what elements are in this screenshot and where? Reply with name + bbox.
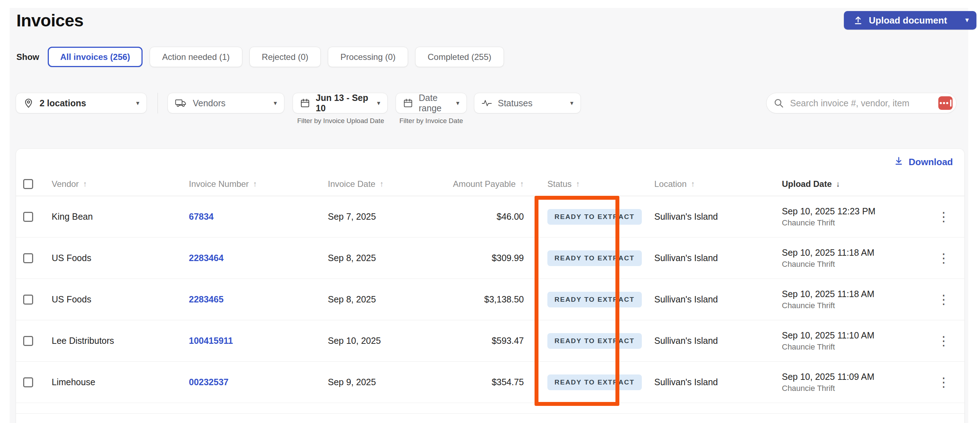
calendar-icon	[403, 98, 413, 108]
chevron-down-icon: ▼	[964, 17, 970, 24]
chevron-down-icon: ▾	[274, 99, 277, 107]
location-cell: Sullivan's Island	[641, 377, 770, 387]
column-header-invoice-date[interactable]: Invoice Date ↑	[328, 179, 445, 189]
tab-label: Rejected (0)	[262, 52, 309, 62]
invoice-number-link[interactable]: 100415911	[189, 335, 233, 346]
search-container	[766, 93, 956, 113]
vendor-cell: US Foods	[52, 294, 189, 305]
status-badge: READY TO EXTRACT	[547, 375, 642, 390]
table-row: US Foods 2283464 Sep 8, 2025 $309.99 REA…	[16, 238, 964, 279]
calendar-icon	[300, 98, 310, 108]
upload-options-caret-button[interactable]: ▼	[958, 11, 977, 30]
download-label: Download	[909, 156, 953, 168]
table-row: King Bean 67834 Sep 7, 2025 $46.00 READY…	[16, 196, 964, 238]
uploaded-by-cell: Chauncie Thrift	[782, 218, 923, 228]
tab-completed[interactable]: Completed (255)	[415, 47, 504, 67]
sort-asc-icon: ↑	[576, 179, 580, 189]
uploaded-by-cell: Chauncie Thrift	[782, 301, 923, 310]
statuses-filter-value: Statuses	[498, 98, 532, 109]
sort-asc-icon: ↑	[691, 179, 695, 189]
pulse-icon	[482, 99, 492, 107]
locations-filter-dropdown[interactable]: 2 locations ▾	[16, 93, 147, 113]
vendors-filter-dropdown[interactable]: Vendors ▾	[167, 93, 285, 113]
column-header-invoice-number[interactable]: Invoice Number ↑	[189, 179, 328, 189]
upload-document-split-button: Upload document ▼	[844, 11, 977, 30]
tab-rejected[interactable]: Rejected (0)	[250, 47, 321, 67]
location-cell: Sullivan's Island	[641, 335, 770, 346]
sort-desc-icon: ↓	[836, 179, 840, 189]
search-input[interactable]	[766, 93, 956, 113]
row-actions-kebab-icon[interactable]: ⋮	[934, 332, 954, 350]
amount-payable-cell: $354.75	[445, 377, 524, 387]
row-checkbox[interactable]	[23, 295, 33, 305]
row-actions-kebab-icon[interactable]: ⋮	[934, 374, 954, 391]
download-button[interactable]: Download	[894, 156, 953, 168]
uploaded-by-cell: Chauncie Thrift	[782, 384, 923, 393]
upload-date-filter-value: Jun 13 - Sep 10	[316, 93, 371, 113]
location-cell: Sullivan's Island	[641, 253, 770, 263]
location-cell: Sullivan's Island	[641, 294, 770, 305]
invoice-number-link[interactable]: 2283465	[189, 294, 223, 304]
tab-label: All invoices (256)	[60, 52, 130, 62]
statuses-filter-dropdown[interactable]: Statuses ▾	[474, 93, 581, 113]
column-header-location[interactable]: Location ↑	[641, 179, 770, 189]
upload-date-filter-dropdown[interactable]: Jun 13 - Sep 10 ▾	[293, 93, 388, 113]
vendor-cell: Limehouse	[52, 377, 189, 387]
amount-payable-cell: $593.47	[445, 335, 524, 346]
column-header-upload-date[interactable]: Upload Date ↓	[770, 179, 923, 189]
invoices-table-card: Download Vendor ↑ Invoice Number ↑ Invoi…	[16, 148, 965, 423]
select-all-checkbox[interactable]	[23, 179, 33, 189]
uploaded-by-cell: Chauncie Thrift	[782, 342, 923, 352]
table-row: Limehouse 00232537 Sep 9, 2025 $354.75 R…	[16, 362, 964, 403]
location-cell: Sullivan's Island	[641, 212, 770, 222]
invoice-number-link[interactable]: 00232537	[189, 377, 228, 387]
row-checkbox[interactable]	[23, 336, 33, 346]
column-header-status[interactable]: Status ↑	[524, 179, 641, 189]
column-label: Location	[654, 179, 687, 189]
sort-asc-icon: ↑	[520, 179, 524, 189]
invoice-date-filter-dropdown[interactable]: Date range ▾	[396, 93, 467, 113]
page-title: Invoices	[16, 11, 83, 30]
tab-label: Processing (0)	[340, 52, 396, 62]
truck-icon	[175, 99, 187, 108]
upload-button-label: Upload document	[869, 15, 947, 26]
location-pin-icon	[23, 98, 34, 109]
invoice-number-link[interactable]: 67834	[189, 212, 214, 222]
tab-all-invoices[interactable]: All invoices (256)	[48, 47, 143, 67]
vendor-cell: US Foods	[52, 253, 189, 263]
vendors-filter-value: Vendors	[193, 98, 226, 109]
tab-action-needed[interactable]: Action needed (1)	[150, 47, 242, 67]
row-actions-kebab-icon[interactable]: ⋮	[934, 250, 954, 267]
row-divider	[16, 413, 964, 414]
tab-processing[interactable]: Processing (0)	[328, 47, 408, 67]
status-badge: READY TO EXTRACT	[547, 209, 642, 225]
column-label: Status	[547, 179, 572, 189]
upload-document-button[interactable]: Upload document	[844, 11, 958, 30]
download-icon	[894, 156, 904, 168]
row-checkbox[interactable]	[23, 212, 33, 222]
tab-label: Completed (255)	[428, 52, 492, 62]
search-icon	[773, 98, 784, 110]
row-checkbox[interactable]	[23, 253, 33, 263]
chevron-down-icon: ▾	[570, 99, 573, 107]
column-header-vendor[interactable]: Vendor ↑	[52, 179, 189, 189]
row-checkbox[interactable]	[23, 377, 33, 387]
chevron-down-icon: ▾	[377, 99, 380, 107]
row-actions-kebab-icon[interactable]: ⋮	[934, 208, 954, 225]
password-manager-extension-icon[interactable]	[938, 96, 953, 110]
upload-date-cell: Sep 10, 2025 11:18 AM	[782, 247, 923, 258]
invoice-number-link[interactable]: 2283464	[189, 253, 223, 263]
show-filter-row: Show All invoices (256) Action needed (1…	[16, 47, 504, 67]
chevron-down-icon: ▾	[456, 99, 459, 107]
invoice-date-cell: Sep 10, 2025	[328, 335, 445, 346]
column-header-amount-payable[interactable]: Amount Payable ↑	[445, 179, 524, 189]
row-actions-kebab-icon[interactable]: ⋮	[934, 291, 954, 308]
show-label: Show	[16, 52, 39, 62]
invoice-date-filter-helper: Filter by Invoice Date	[369, 117, 493, 125]
sort-asc-icon: ↑	[380, 179, 383, 189]
invoice-date-cell: Sep 9, 2025	[328, 377, 445, 387]
amount-payable-cell: $46.00	[445, 212, 524, 222]
invoice-date-filter-value: Date range	[419, 93, 450, 113]
vendor-cell: King Bean	[52, 212, 189, 222]
column-label: Vendor	[52, 179, 79, 189]
